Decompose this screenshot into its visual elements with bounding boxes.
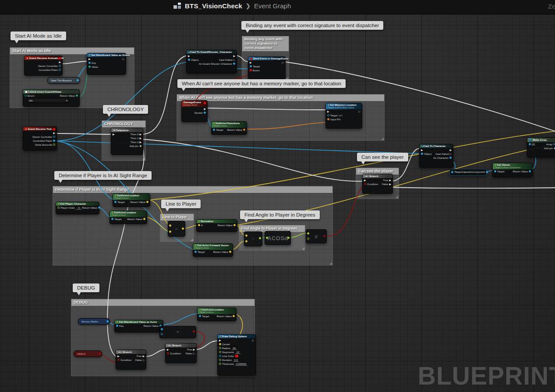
return-value-pin[interactable] [229,251,231,253]
segments-pin[interactable] [219,351,221,353]
line-color-swatch[interactable] [235,354,239,358]
breadcrumb-asset-name[interactable]: BTS_VisionCheck [185,2,242,10]
object-pin[interactable] [188,59,190,61]
exec-out-pin[interactable] [122,57,124,60]
target-pin[interactable] [111,218,113,220]
true-pin[interactable] [142,354,145,357]
return-value-pin[interactable] [76,94,78,97]
radius-value[interactable]: 50 [231,346,237,350]
node-damageevent[interactable]: DamageEvent Custom Event Sender [181,100,208,122]
then1-pin[interactable] [139,136,141,140]
radius-pin[interactable] [219,347,221,349]
target-pin[interactable] [213,129,215,131]
input-pin[interactable] [266,237,268,239]
false-pin[interactable] [389,182,391,186]
event-delegate-pin[interactable] [250,69,252,71]
condition-pin[interactable] [117,359,120,361]
return-value-pin[interactable] [98,206,100,209]
capsule-component-pin[interactable] [486,171,488,173]
comment-title[interactable]: When AI can't see anyone but has a memor… [177,94,384,101]
condition-pin[interactable] [364,183,366,185]
enum-pin[interactable] [25,94,27,97]
node-make-array[interactable]: Make Array [0] Array Add pin [527,137,555,158]
a-pin[interactable] [198,224,200,226]
delegate-pin[interactable] [203,102,206,105]
return-value-pin[interactable] [529,170,531,172]
true-pin[interactable] [193,348,195,351]
node-state-this-blueprint[interactable]: State This Blueprint [47,77,80,84]
exec-out-pin[interactable] [59,60,61,63]
blueprint-event-graph[interactable]: BTS_VisionCheck ❯ Event Graph Zo Start A… [0,0,555,392]
cast-failed-pin[interactable] [449,152,452,155]
node-getactorlocation-player[interactable]: ƒ GetActorLocation Target is Actor Targe… [110,210,147,224]
node-sequence[interactable]: ⇉ Sequence Then 0 Then 1 Then 2 Add pin [111,128,143,155]
input-b-pin[interactable] [169,231,171,233]
enum-dropdown[interactable]: Idle [27,98,69,103]
return-value-pin[interactable] [233,315,235,317]
then0-pin[interactable] [139,133,141,136]
exec-out-pin[interactable] [204,107,206,110]
as-character-pin[interactable] [449,157,452,159]
target-pin[interactable] [250,65,252,67]
thickness-value[interactable]: 0.000000 [235,362,247,366]
duration-value[interactable]: 0.0 [233,358,239,362]
player-index-pin[interactable] [57,206,60,209]
node-cast-to-character[interactable]: » Cast To Character Object Cast Failed A… [419,144,453,168]
exec-out-pin[interactable] [449,148,452,151]
node-branch-debug-1[interactable]: ◅▻ Branch True Condition False [116,350,146,370]
exec-in-pin[interactable] [188,54,190,57]
as-guard-shooter-pin[interactable] [233,63,235,65]
node-getactortransform[interactable]: ƒ GetActorTransform Target is Actor Targ… [211,121,247,135]
node-get-player-character[interactable]: ƒ Get Player Character Player Index0 Ret… [56,202,99,214]
node-cast-to-guardshooter-character[interactable]: » Cast To GuardShooter_Character Object … [186,50,237,74]
exec-in-pin[interactable] [88,57,91,60]
return-value-pin[interactable] [146,201,148,203]
node-less-equal[interactable]: ≤ [306,229,327,243]
output-pin[interactable] [259,237,261,239]
array-pin[interactable] [553,143,555,146]
input-b-pin[interactable] [245,240,247,242]
duration-pin[interactable] [219,359,221,361]
node-event-receive-activation-ai[interactable]: ◆ Event Receive Activation AI Owner Cont… [24,56,63,76]
node-get-capsule-component[interactable]: Target CapsuleComponent [449,169,487,176]
exec-out-pin[interactable] [252,339,254,342]
condition-pin[interactable] [167,352,169,354]
node-bind-event-to-damageevent[interactable]: Bind Event to DamageEvent Target Event [248,56,286,79]
node-get-actor-forward-vector[interactable]: ƒ Get Actor Forward Vector Target is Act… [193,243,233,257]
exec-in-pin[interactable] [219,339,221,342]
player-index-value[interactable]: 0 [76,206,82,210]
node-branch-can-see[interactable]: ◅▻ Branch True Condition False [362,174,393,194]
sender-pin[interactable] [204,112,206,114]
node-getactorlocation-ai[interactable]: ƒ GetActorLocation Target is Actor Targe… [113,193,150,207]
line-color-pin[interactable] [219,355,221,357]
target-pin[interactable] [327,114,329,116]
input-a-pin[interactable] [245,234,247,237]
delta-seconds-pin[interactable] [53,144,55,146]
node-dot-product[interactable]: · [244,231,262,246]
owner-controller-pin[interactable] [53,136,55,138]
add-pin-button[interactable] [139,144,141,147]
comment-title[interactable]: Line to Player [160,214,194,220]
output-pin[interactable] [182,228,184,230]
then2-pin[interactable] [139,140,141,144]
comment-title[interactable]: CHRONOLOGY [102,121,145,127]
exec-out-pin[interactable] [282,61,284,64]
exec-out-pin[interactable] [233,54,235,57]
node-set-blackboard-value-as-enum[interactable]: ƒ Set Blackboard Value as Enum Key Value [87,53,126,75]
node-event-receive-tick-ai[interactable]: ◆ Event Receive Tick AI Owner Controller… [23,126,57,150]
value-pin[interactable] [88,66,91,68]
controlled-pawn-pin[interactable] [59,69,61,71]
node-debug-variable[interactable]: DEBUG [74,350,102,357]
key-pin[interactable] [88,62,91,64]
element0-pin[interactable] [529,143,531,145]
breadcrumb-graph-name[interactable]: Event Graph [254,2,291,10]
node-normalize[interactable]: ƒ Normalize A Return Value [196,219,237,232]
node-literal-enum-guardaistate[interactable]: ▦ Literal enum GuardAIState Enum Return … [23,89,80,107]
exec-in-pin[interactable] [113,133,115,136]
thickness-pin[interactable] [219,363,221,365]
target-pin[interactable] [451,171,453,173]
node-set-memory-location[interactable]: ƒ Set Memory Location Target is BTS Visi… [325,103,362,129]
output-pin[interactable] [99,353,101,355]
target-pin[interactable] [114,201,117,203]
input-a-pin[interactable] [307,232,309,234]
